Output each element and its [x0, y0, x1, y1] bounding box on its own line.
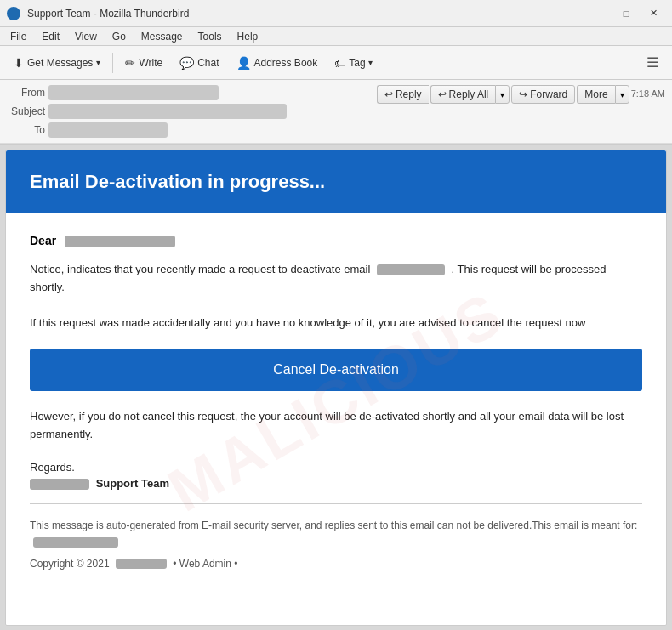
- accidental-text: If this request was made accidentally an…: [30, 316, 585, 329]
- copyright-text: Copyright © 2021: [30, 558, 110, 570]
- menu-tools[interactable]: Tools: [191, 29, 229, 44]
- write-button[interactable]: ✏ Write: [118, 53, 169, 73]
- notice-paragraph: Notice, indicates that you recently made…: [30, 261, 642, 332]
- to-value: [48, 122, 168, 138]
- email-body-wrapper: Email De-activation in progress... MALIC…: [0, 145, 672, 630]
- get-messages-icon: ⬇: [14, 56, 24, 70]
- email-header-bar: From Subject To ↩ Reply ↩: [0, 80, 672, 144]
- tag-icon: 🏷: [334, 56, 346, 70]
- address-book-icon: 👤: [236, 56, 251, 70]
- subject-label: Subject: [7, 105, 45, 117]
- menu-message[interactable]: Message: [134, 29, 190, 44]
- from-label: From: [7, 87, 45, 99]
- dear-email-blur: [65, 236, 175, 247]
- toolbar-divider-1: [112, 53, 113, 73]
- more-split-button: More ▾: [577, 85, 629, 104]
- app-icon: [7, 7, 20, 20]
- get-messages-arrow: ▾: [96, 58, 100, 67]
- support-prefix-blur: [30, 479, 89, 490]
- email-content: MALICIOUS Dear Notice, indicates that yo…: [6, 213, 666, 590]
- tag-button[interactable]: 🏷 Tag ▾: [327, 53, 379, 73]
- dear-text: Dear: [30, 234, 56, 247]
- subject-row: Subject: [7, 102, 370, 121]
- however-paragraph: However, if you do not cancel this reque…: [30, 408, 642, 444]
- get-messages-button[interactable]: ⬇ Get Messages ▾: [7, 53, 107, 73]
- menu-go[interactable]: Go: [105, 29, 133, 44]
- forward-button[interactable]: ↪ Forward: [511, 85, 575, 104]
- reply-all-icon: ↩: [438, 88, 447, 100]
- reply-split-button: ↩ Reply: [377, 85, 429, 104]
- support-suffix: Support Team: [96, 477, 169, 490]
- more-button[interactable]: More: [577, 85, 614, 104]
- reply-button[interactable]: ↩ Reply: [377, 85, 429, 104]
- maximize-button[interactable]: □: [614, 5, 638, 22]
- chat-icon: 💬: [179, 56, 194, 70]
- support-line: Support Team: [30, 477, 642, 490]
- forward-icon: ↪: [519, 88, 527, 100]
- from-value: [48, 85, 219, 100]
- from-row: From: [7, 83, 370, 102]
- email-body-outer: Email De-activation in progress... MALIC…: [5, 150, 667, 626]
- cancel-deactivation-button[interactable]: Cancel De-activation: [30, 349, 642, 391]
- forward-label: Forward: [530, 88, 567, 100]
- write-icon: ✏: [125, 56, 135, 70]
- chat-label: Chat: [197, 57, 219, 69]
- menu-file[interactable]: File: [3, 29, 33, 44]
- footer-paragraph: This message is auto-generated from E-ma…: [30, 518, 642, 550]
- notice-email-blur: [377, 264, 445, 275]
- email-header-section: From Subject To ↩ Reply ↩: [0, 80, 672, 145]
- regards-text: Regards.: [30, 461, 642, 474]
- dear-line: Dear: [30, 234, 642, 247]
- more-dropdown[interactable]: ▾: [615, 85, 629, 104]
- notice-text: Notice, indicates that you recently made…: [30, 263, 370, 275]
- minimize-button[interactable]: ─: [587, 5, 611, 22]
- web-admin-text: • Web Admin •: [173, 558, 237, 570]
- more-label: More: [584, 88, 607, 100]
- email-action-buttons: ↩ Reply ↩ Reply All ▾ ↪ Forward More ▾: [377, 83, 665, 104]
- email-time: 7:18 AM: [631, 85, 665, 99]
- subject-value: [48, 104, 287, 119]
- reply-label: Reply: [396, 88, 422, 100]
- address-book-button[interactable]: 👤 Address Book: [230, 53, 325, 73]
- reply-icon: ↩: [384, 88, 393, 100]
- address-book-label: Address Book: [254, 57, 318, 69]
- hamburger-button[interactable]: ☰: [640, 51, 665, 74]
- chat-button[interactable]: 💬 Chat: [173, 53, 225, 73]
- email-fields: From Subject To: [7, 83, 370, 139]
- email-title: Email De-activation in progress...: [30, 171, 642, 193]
- title-bar-text: Support Team - Mozilla Thunderbird: [27, 8, 587, 20]
- get-messages-label: Get Messages: [27, 57, 93, 69]
- reply-all-label: Reply All: [449, 88, 489, 100]
- menu-edit[interactable]: Edit: [35, 29, 66, 44]
- email-header-blue: Email De-activation in progress...: [6, 150, 666, 213]
- tag-arrow: ▾: [368, 58, 373, 67]
- menu-bar: File Edit View Go Message Tools Help: [0, 27, 672, 46]
- title-bar: Support Team - Mozilla Thunderbird ─ □ ✕: [0, 0, 672, 27]
- to-row: To: [7, 121, 370, 139]
- to-label: To: [7, 124, 45, 136]
- close-button[interactable]: ✕: [641, 5, 665, 22]
- reply-all-button[interactable]: ↩ Reply All: [430, 85, 496, 104]
- tag-label: Tag: [349, 57, 365, 69]
- write-label: Write: [139, 57, 162, 69]
- copyright-line: Copyright © 2021 • Web Admin •: [30, 558, 642, 570]
- menu-help[interactable]: Help: [231, 29, 265, 44]
- toolbar: ⬇ Get Messages ▾ ✏ Write 💬 Chat 👤 Addres…: [0, 46, 672, 80]
- reply-all-split-button: ↩ Reply All ▾: [430, 85, 510, 104]
- menu-view[interactable]: View: [68, 29, 104, 44]
- reply-all-dropdown[interactable]: ▾: [495, 85, 510, 104]
- footer-text-content: This message is auto-generated from E-ma…: [30, 519, 637, 531]
- content-divider: [30, 503, 642, 504]
- company-blur: [116, 559, 167, 569]
- footer-email-blur: [33, 537, 118, 548]
- window-controls: ─ □ ✕: [587, 5, 665, 22]
